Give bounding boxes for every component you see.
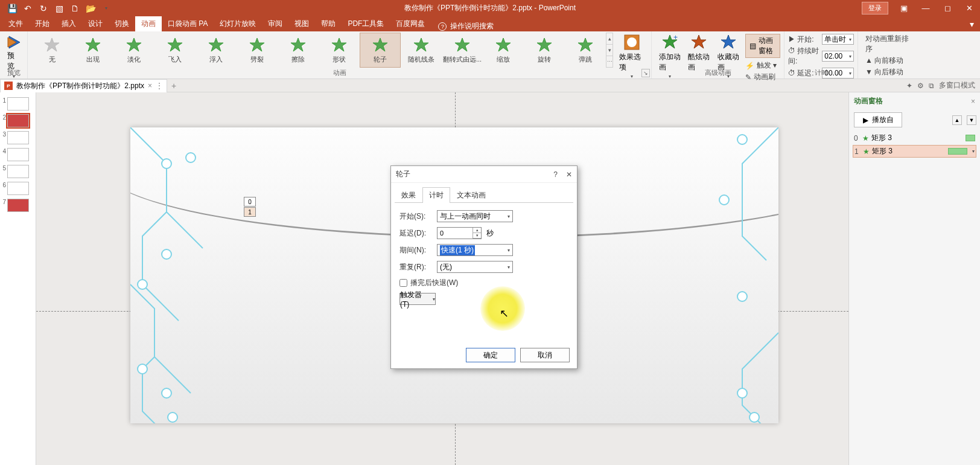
document-tab[interactable]: P 教你制作《PPT制作倒计时功能》2.pptx × ⋮ bbox=[0, 79, 167, 92]
thumb-1[interactable]: 1 bbox=[1, 97, 34, 111]
anim-飞入[interactable]: 飞入 bbox=[154, 33, 196, 68]
quick-access-toolbar: 💾 ↶ ↻ ▧ 🗋 📂 ▾ bbox=[0, 4, 111, 13]
anim-擦除[interactable]: 擦除 bbox=[278, 33, 319, 68]
redo-icon[interactable]: ↻ bbox=[39, 4, 48, 13]
anim-随机线条[interactable]: 随机线条 bbox=[401, 33, 442, 68]
new-file-icon[interactable]: 🗋 bbox=[70, 4, 80, 13]
thumb-2[interactable]: 2 bbox=[1, 114, 34, 127]
anim-翻转式由远...[interactable]: 翻转式由远... bbox=[442, 33, 483, 68]
menu-tab-10[interactable]: 帮助 bbox=[315, 16, 342, 31]
login-button[interactable]: 登录 bbox=[862, 2, 888, 14]
rewind-checkbox[interactable] bbox=[399, 279, 407, 287]
anim-劈裂[interactable]: 劈裂 bbox=[237, 33, 278, 68]
menu-tab-1[interactable]: 开始 bbox=[29, 16, 56, 31]
svg-marker-14 bbox=[537, 38, 552, 51]
menu-tab-12[interactable]: 百度网盘 bbox=[390, 16, 431, 31]
dialog-tab-0[interactable]: 效果 bbox=[395, 187, 422, 203]
anim-形状[interactable]: 形状 bbox=[319, 33, 360, 68]
spin-up-icon[interactable]: ▴ bbox=[473, 228, 481, 233]
menu-tab-6[interactable]: 口袋动画 PA bbox=[162, 16, 214, 31]
tool-icon-1[interactable]: ✦ bbox=[906, 82, 912, 90]
menu-tab-2[interactable]: 插入 bbox=[56, 16, 82, 31]
minimize-icon[interactable]: — bbox=[915, 0, 937, 16]
collapse-ribbon-icon[interactable]: ▾ bbox=[967, 19, 976, 29]
svg-point-33 bbox=[749, 412, 759, 422]
new-tab-button[interactable]: + bbox=[167, 79, 180, 92]
svg-marker-7 bbox=[250, 38, 264, 51]
timing-duration-spinner[interactable]: 02.00▾ bbox=[822, 51, 854, 62]
anim-entry-0[interactable]: 0★矩形 3 bbox=[853, 132, 976, 144]
menu-tab-5[interactable]: 动画 bbox=[135, 16, 162, 31]
settings-icon[interactable]: ⚙ bbox=[917, 82, 924, 90]
multiwin-label[interactable]: 多窗口模式 bbox=[939, 80, 975, 91]
counter-object[interactable]: 0 1 bbox=[244, 197, 256, 217]
animation-pane-button[interactable]: ▤动画窗格 bbox=[745, 34, 780, 58]
thumb-4[interactable]: 4 bbox=[1, 148, 34, 161]
undo-icon[interactable]: ↶ bbox=[23, 4, 33, 13]
trigger-expand-button[interactable]: 触发器(T)▾ bbox=[399, 293, 436, 305]
tell-me-search[interactable]: ? 操作说明搜索 bbox=[438, 21, 494, 31]
svg-marker-12 bbox=[455, 38, 469, 51]
maximize-icon[interactable]: ◻ bbox=[937, 0, 958, 16]
menu-tab-8[interactable]: 审阅 bbox=[262, 16, 288, 31]
thumb-5[interactable]: 5 bbox=[1, 165, 34, 178]
multiwin-icon[interactable]: ⧉ bbox=[929, 82, 934, 90]
timing-start-combo[interactable]: 单击时▾ bbox=[822, 34, 854, 45]
menu-tab-0[interactable]: 文件 bbox=[2, 16, 29, 31]
anim-淡化[interactable]: 淡化 bbox=[113, 33, 154, 68]
anim-轮子[interactable]: 轮子 bbox=[360, 33, 401, 68]
start-slideshow-icon[interactable]: ▧ bbox=[54, 4, 64, 13]
gallery-up-icon[interactable]: ▴ bbox=[606, 33, 612, 45]
open-file-icon[interactable]: 📂 bbox=[86, 4, 95, 13]
move-backward-button[interactable]: ▼ 向后移动 bbox=[865, 67, 909, 77]
move-up-button[interactable]: ▲ bbox=[952, 115, 962, 125]
tab-close-icon[interactable]: × bbox=[148, 82, 152, 90]
animation-gallery[interactable]: 无出现淡化飞入浮入劈裂擦除形状轮子随机线条翻转式由远...缩放旋转弹跳 bbox=[31, 33, 606, 68]
dialog-tab-2[interactable]: 文本动画 bbox=[450, 187, 492, 203]
tab-menu-icon[interactable]: ⋮ bbox=[156, 82, 163, 90]
anim-旋转[interactable]: 旋转 bbox=[524, 33, 565, 68]
cancel-button[interactable]: 取消 bbox=[520, 348, 570, 362]
menu-tab-7[interactable]: 幻灯片放映 bbox=[214, 16, 262, 31]
ribbon-options-icon[interactable]: ▣ bbox=[893, 0, 915, 16]
menu-tab-4[interactable]: 切换 bbox=[109, 16, 135, 31]
save-icon[interactable]: 💾 bbox=[7, 4, 17, 13]
menu-tab-11[interactable]: PDF工具集 bbox=[342, 16, 390, 31]
play-from-button[interactable]: ▶ 播放自 bbox=[854, 112, 902, 127]
move-forward-button[interactable]: ▲ 向前移动 bbox=[865, 56, 909, 66]
move-down-button[interactable]: ▼ bbox=[967, 115, 976, 125]
anim-pane-close-icon[interactable]: × bbox=[971, 97, 975, 106]
anim-无[interactable]: 无 bbox=[31, 33, 72, 68]
animation-dialog-launcher[interactable]: ↘ bbox=[641, 69, 650, 77]
dialog-close-icon[interactable]: ✕ bbox=[566, 170, 572, 179]
gallery-scroll[interactable]: ▴ ▾ ⋯ bbox=[606, 33, 613, 68]
menu-tab-9[interactable]: 视图 bbox=[288, 16, 315, 31]
gallery-more-icon[interactable]: ⋯ bbox=[606, 56, 612, 67]
menu-tab-3[interactable]: 设计 bbox=[82, 16, 109, 31]
preview-button[interactable]: 预览 bbox=[4, 33, 24, 74]
anim-缩放[interactable]: 缩放 bbox=[483, 33, 524, 68]
anim-出现[interactable]: 出现 bbox=[72, 33, 113, 68]
anim-entry-1[interactable]: 1★矩形 3▾ bbox=[853, 145, 976, 158]
thumb-3[interactable]: 3 bbox=[1, 131, 34, 144]
qat-more-icon[interactable]: ▾ bbox=[101, 4, 111, 13]
dialog-tab-1[interactable]: 计时 bbox=[422, 187, 450, 203]
close-icon[interactable]: ✕ bbox=[958, 0, 980, 16]
cool-animation-button[interactable]: 酷炫动画 bbox=[684, 33, 713, 74]
gallery-down-icon[interactable]: ▾ bbox=[606, 45, 612, 56]
dialog-help-icon[interactable]: ? bbox=[553, 170, 558, 179]
spin-down-icon[interactable]: ▾ bbox=[473, 233, 481, 239]
star-icon bbox=[84, 37, 101, 54]
start-combo[interactable]: 与上一动画同时▾ bbox=[437, 210, 513, 222]
duration-combo[interactable]: 快速(1 秒)▾ bbox=[437, 244, 513, 256]
ok-button[interactable]: 确定 bbox=[466, 348, 515, 362]
duration-bar bbox=[966, 135, 975, 141]
svg-marker-21 bbox=[721, 35, 736, 48]
repeat-combo[interactable]: (无)▾ bbox=[437, 261, 513, 273]
window-title: 教你制作《PPT制作倒计时功能》2.pptx - PowerPoint bbox=[0, 3, 980, 13]
thumb-6[interactable]: 6 bbox=[1, 182, 34, 195]
anim-弹跳[interactable]: 弹跳 bbox=[565, 33, 606, 68]
delay-spinner[interactable]: 0 ▴▾ bbox=[437, 227, 482, 239]
thumb-7[interactable]: 7 bbox=[1, 199, 34, 212]
anim-浮入[interactable]: 浮入 bbox=[196, 33, 237, 68]
